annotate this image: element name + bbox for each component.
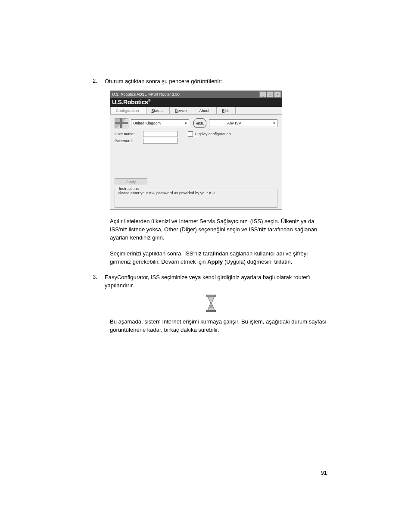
country-value: United Kingdom <box>133 121 161 125</box>
password-label: Password: <box>115 139 140 143</box>
chevron-down-icon: ▾ <box>273 121 275 125</box>
display-config-checkbox[interactable] <box>188 131 193 137</box>
country-select[interactable]: United Kingdom ▾ <box>131 119 189 127</box>
hourglass-icon <box>206 295 217 312</box>
adsl-badge: ADSL <box>193 118 206 128</box>
step-number-2: 2. <box>93 78 105 85</box>
tab-about[interactable]: About <box>194 107 217 114</box>
paragraph-2: Seçimlerinizi yaptıktan sonra, ISS'niz t… <box>110 250 329 266</box>
username-label: User name: <box>115 132 140 136</box>
config-panel: United Kingdom ▾ ADSL Any ISP ▾ User nam… <box>110 115 282 209</box>
brand-reg: ® <box>148 99 151 103</box>
isp-value: Any ISP <box>227 121 241 125</box>
step2-lead: Oturum açtıktan sonra şu pencere görüntü… <box>105 78 329 85</box>
tab-configuration[interactable]: Configuration <box>110 107 146 114</box>
step3-lead: EasyConfigurator, ISS seçiminize veya ke… <box>105 274 329 289</box>
flag-icon <box>115 118 128 128</box>
step-number-3: 3. <box>93 274 105 289</box>
isp-select[interactable]: Any ISP ▾ <box>209 119 277 127</box>
maximize-button[interactable]: □ <box>267 91 274 97</box>
close-button[interactable]: × <box>274 91 281 97</box>
svg-rect-0 <box>206 295 216 296</box>
username-input[interactable] <box>143 131 177 137</box>
instructions-box: Instructions Please enter your ISP passw… <box>115 189 277 208</box>
instructions-legend: Instructions <box>118 187 140 191</box>
minimize-button[interactable]: _ <box>259 91 266 97</box>
instructions-text: Please enter your ISP password as provid… <box>118 191 216 195</box>
brand-bar: U.S.Robotics® <box>110 98 282 107</box>
paragraph-1: Açılır listelerden ülkenizi ve Internet … <box>110 218 329 242</box>
svg-rect-1 <box>206 310 216 312</box>
paragraph-3: Bu aşamada, sistem Internet erişimi kurm… <box>110 318 329 334</box>
brand-text: U.S.Robotics <box>112 99 148 106</box>
tab-status[interactable]: Status <box>146 107 170 114</box>
tab-device[interactable]: Device <box>169 107 194 114</box>
tab-strip: Configuration Status Device About Exit <box>110 107 282 115</box>
tab-exit[interactable]: Exit <box>216 107 236 114</box>
display-config-label: Display configuration <box>195 132 231 136</box>
apply-button[interactable]: Apply <box>115 178 147 185</box>
title-bar: U.S. Robotics ADSL 4-Port Router 2.50 _ … <box>110 91 282 98</box>
chevron-down-icon: ▾ <box>185 121 187 125</box>
app-window: U.S. Robotics ADSL 4-Port Router 2.50 _ … <box>110 90 282 210</box>
password-input[interactable] <box>143 138 177 144</box>
page-number: 91 <box>321 470 327 476</box>
window-title: U.S. Robotics ADSL 4-Port Router 2.50 <box>111 92 259 96</box>
